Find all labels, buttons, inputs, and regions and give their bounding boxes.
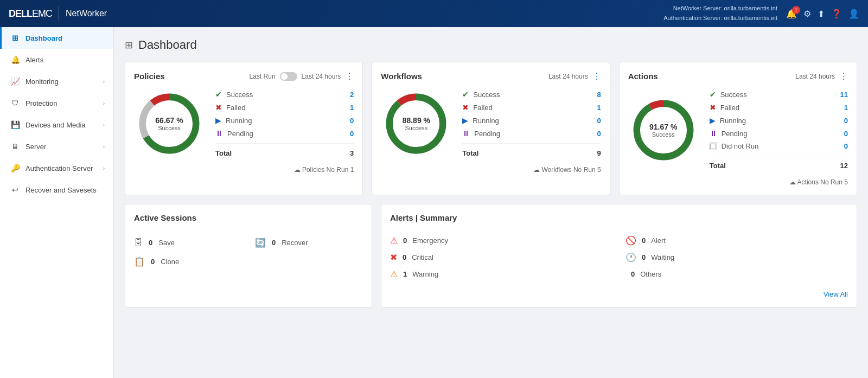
- policies-card-body: 66.67 % Success ✔ Success 2: [134, 88, 354, 159]
- chevron-server: ›: [103, 144, 105, 150]
- user-icon[interactable]: 👤: [848, 9, 859, 19]
- recover-count: 0: [272, 239, 276, 247]
- topnav: DELLEMC NetWorker NetWorker Server: oril…: [0, 0, 868, 27]
- help-icon[interactable]: ❓: [831, 9, 842, 19]
- policies-title: Policies: [134, 72, 165, 81]
- upload-icon[interactable]: ⬆: [818, 9, 825, 19]
- success-icon: ✔: [215, 90, 222, 99]
- actions-running-value: 0: [844, 117, 848, 125]
- sidebar-item-auth-server[interactable]: 🔑 Authentication Server ›: [0, 157, 113, 179]
- clone-label: Clone: [161, 258, 179, 266]
- stat-row-pending: ⏸ Pending 0: [215, 127, 354, 140]
- alert-waiting: 🕐 0 Waiting: [626, 252, 848, 262]
- failed-icon: ✖: [215, 103, 222, 112]
- topnav-separator: [59, 6, 59, 21]
- settings-icon[interactable]: ⚙: [803, 9, 811, 19]
- recover-icon: ↩: [10, 185, 20, 194]
- chevron-protection: ›: [103, 100, 105, 106]
- workflows-success-value: 8: [597, 91, 601, 99]
- sidebar-item-monitoring[interactable]: 📈 Monitoring ›: [0, 71, 113, 92]
- alerts-grid: ⚠ 0 Emergency 🚫 0 Alert ✖ 0 Critical: [390, 229, 848, 286]
- alert-count-val: 0: [642, 236, 646, 245]
- save-label: Save: [158, 239, 175, 247]
- critical-count: 0: [403, 253, 406, 261]
- wf-success-icon: ✔: [462, 90, 469, 99]
- chevron-monitoring: ›: [103, 79, 105, 85]
- session-save: 🗄 0 Save: [134, 238, 242, 248]
- main-content: ⊞ Dashboard Policies Last Run Last 24 ho…: [114, 27, 868, 378]
- alert-alert: 🚫 0 Alert: [626, 235, 848, 246]
- policies-pending-value: 0: [350, 130, 354, 138]
- protection-icon: 🛡: [10, 99, 20, 107]
- warning-count: 1: [403, 270, 407, 278]
- notification-icon[interactable]: 🔔 1: [786, 9, 797, 19]
- sidebar-label-protection: Protection: [25, 99, 58, 107]
- sidebar-label-auth: Authentication Server: [25, 164, 93, 172]
- sidebar-item-dashboard[interactable]: ⊞ Dashboard: [0, 27, 113, 49]
- warning-label: Warning: [412, 270, 438, 278]
- chevron-auth: ›: [103, 165, 105, 171]
- workflows-title: Workflows: [381, 72, 422, 81]
- alert-others: 0 Others: [626, 269, 848, 279]
- sidebar-label-server: Server: [25, 143, 46, 151]
- sidebar-item-server[interactable]: 🖥 Server ›: [0, 136, 113, 157]
- policies-failed-value: 1: [350, 104, 354, 112]
- others-count: 0: [631, 270, 635, 278]
- policies-card: Policies Last Run Last 24 hours ⋮: [125, 62, 363, 195]
- policies-donut-text: Success: [155, 125, 183, 131]
- workflows-donut-label: 88.89 % Success: [403, 116, 430, 131]
- workflows-more-icon[interactable]: ⋮: [592, 71, 601, 81]
- notification-badge: 1: [792, 6, 800, 14]
- stat-row-failed: ✖ Failed 1: [215, 101, 354, 114]
- waiting-label: Waiting: [651, 253, 674, 261]
- layout: ⊞ Dashboard 🔔 Alerts 📈 Monitoring › 🛡 Pr…: [0, 27, 868, 378]
- alert-icon: 🚫: [626, 235, 636, 246]
- actions-pct: 91.67 %: [649, 123, 677, 131]
- waiting-count: 0: [642, 253, 646, 261]
- waiting-icon: 🕐: [626, 252, 636, 262]
- server-icon: 🖥: [10, 142, 20, 151]
- app-name: NetWorker: [66, 9, 107, 18]
- clone-session-icon: 📋: [134, 257, 145, 267]
- actions-footer: ☁ Actions No Run 5: [628, 178, 848, 186]
- actions-total-value: 12: [840, 162, 848, 170]
- view-all-link[interactable]: View All: [824, 290, 848, 298]
- sidebar-item-alerts[interactable]: 🔔 Alerts: [0, 49, 113, 71]
- chevron-devices: ›: [103, 122, 105, 128]
- sidebar-item-protection[interactable]: 🛡 Protection ›: [0, 92, 113, 114]
- policies-filter-label1: Last Run: [250, 73, 276, 80]
- top-cards-row: Policies Last Run Last 24 hours ⋮: [125, 62, 857, 195]
- alerts-summary-card: Alerts | Summary ⚠ 0 Emergency 🚫 0 Alert…: [381, 204, 857, 307]
- alerts-view-all[interactable]: View All: [390, 290, 848, 298]
- actions-title: Actions: [628, 72, 658, 81]
- policies-divider: [215, 143, 354, 144]
- topnav-icons: 🔔 1 ⚙ ⬆ ❓ 👤: [786, 9, 859, 19]
- sidebar-item-recover[interactable]: ↩ Recover and Savesets: [0, 179, 113, 201]
- page-title-row: ⊞ Dashboard: [125, 38, 857, 52]
- ac-running-icon: ▶: [710, 116, 716, 125]
- workflows-donut: 88.89 % Success: [381, 88, 451, 159]
- devices-icon: 💾: [10, 120, 20, 129]
- policies-donut: 66.67 % Success: [134, 88, 205, 159]
- emergency-icon: ⚠: [390, 235, 398, 246]
- actions-filter-label: Last 24 hours: [795, 73, 835, 80]
- actions-failed-value: 1: [844, 104, 848, 112]
- monitoring-icon: 📈: [10, 77, 20, 86]
- sidebar: ⊞ Dashboard 🔔 Alerts 📈 Monitoring › 🛡 Pr…: [0, 27, 114, 378]
- policies-toggle[interactable]: [280, 72, 297, 81]
- toggle-knob: [281, 73, 288, 80]
- workflows-failed-value: 1: [597, 104, 601, 112]
- actions-more-icon[interactable]: ⋮: [839, 71, 848, 81]
- wf-pending-icon: ⏸: [462, 129, 470, 138]
- ac-pending-icon: ⏸: [710, 129, 717, 138]
- workflows-total-value: 9: [597, 149, 601, 157]
- sidebar-label-dashboard: Dashboard: [25, 34, 62, 42]
- stat-row-success: ✔ Success 2: [215, 88, 354, 101]
- sidebar-item-devices-media[interactable]: 💾 Devices and Media ›: [0, 114, 113, 136]
- alert-warning: ⚠ 1 Warning: [390, 269, 612, 279]
- recover-session-icon: 🔄: [255, 238, 266, 248]
- policies-more-icon[interactable]: ⋮: [345, 71, 354, 81]
- critical-label: Critical: [412, 253, 433, 261]
- recover-label: Recover: [282, 239, 308, 247]
- save-count: 0: [149, 239, 152, 247]
